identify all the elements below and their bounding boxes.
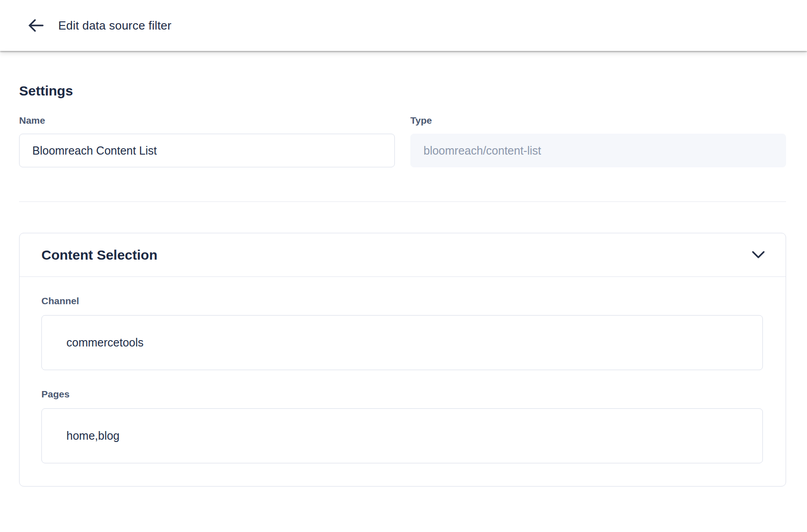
name-field-label: Name [19,115,395,125]
type-field-label: Type [410,115,786,125]
pages-field: Pages [41,389,763,463]
type-field: Type [410,115,786,167]
header: Edit data source filter [0,0,807,51]
name-field: Name [19,115,395,167]
settings-fields-row: Name Type [19,115,786,167]
back-button[interactable] [26,16,45,35]
section-divider [19,201,786,202]
arrow-left-icon [27,18,44,33]
content-selection-card: Content Selection Channel Pages [19,233,786,487]
channel-field: Channel [41,296,763,370]
pages-input[interactable] [41,408,763,463]
type-input [410,134,786,167]
name-input[interactable] [19,134,395,167]
main-content: Settings Name Type Content Selection C [0,83,807,487]
pages-field-label: Pages [41,389,763,399]
content-selection-body: Channel Pages [20,277,786,486]
content-selection-title: Content Selection [41,247,157,263]
page-title: Edit data source filter [58,19,171,33]
content-selection-header[interactable]: Content Selection [20,233,786,277]
channel-field-label: Channel [41,296,763,306]
settings-heading: Settings [19,83,786,99]
edit-data-source-filter-page: Edit data source filter Settings Name Ty… [0,0,807,487]
channel-input[interactable] [41,315,763,370]
chevron-down-icon[interactable] [751,251,766,260]
